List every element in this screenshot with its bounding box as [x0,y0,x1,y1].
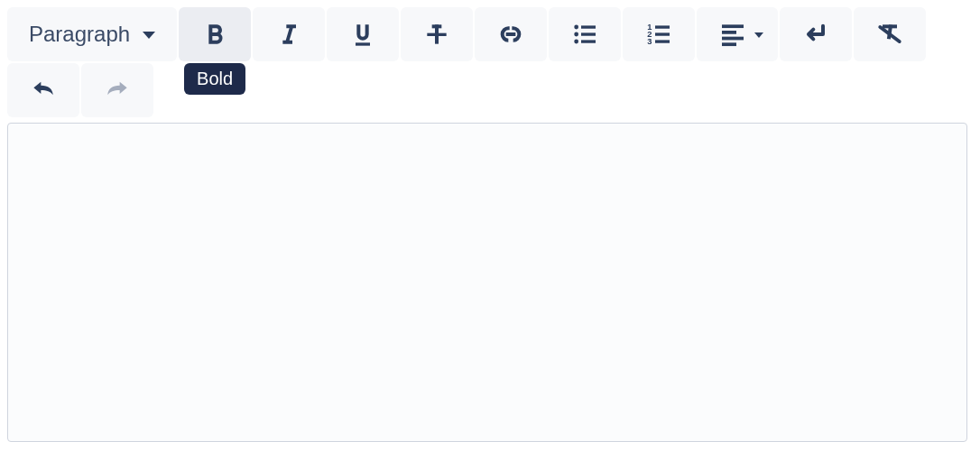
svg-rect-4 [506,32,516,36]
svg-rect-17 [722,24,744,28]
undo-icon [29,76,58,105]
bold-button[interactable]: Bold [179,7,251,61]
svg-rect-8 [581,25,596,28]
svg-rect-18 [722,31,736,34]
svg-point-7 [574,40,578,44]
bullet-list-button[interactable] [549,7,621,61]
svg-rect-16 [655,40,670,42]
newline-button[interactable] [780,7,852,61]
svg-rect-3 [427,33,446,36]
svg-rect-15 [655,32,670,35]
bold-icon [200,20,229,49]
svg-point-5 [574,25,578,30]
paragraph-style-label: Paragraph [29,22,130,47]
numbered-list-button[interactable]: 1 2 3 [623,7,695,61]
svg-rect-19 [722,37,744,41]
bold-tooltip: Bold [184,63,245,95]
bullet-list-icon [570,20,599,49]
align-button[interactable] [697,7,778,61]
svg-point-6 [574,32,578,37]
svg-rect-14 [655,25,670,28]
underline-button[interactable] [327,7,399,61]
editor-textarea[interactable] [7,123,967,442]
redo-icon [103,76,132,105]
return-icon [801,20,830,49]
svg-rect-10 [581,40,596,42]
align-icon [718,20,747,49]
svg-rect-9 [581,32,596,35]
clear-format-icon [875,20,904,49]
editor-toolbar: Paragraph Bold [7,7,973,117]
clear-formatting-button[interactable] [854,7,926,61]
link-button[interactable] [475,7,547,61]
strikethrough-icon [422,20,451,49]
italic-button[interactable] [253,7,325,61]
chevron-down-icon [143,32,155,39]
svg-rect-0 [356,42,370,45]
svg-rect-20 [722,42,736,46]
undo-button[interactable] [7,63,79,117]
italic-icon [274,20,303,49]
link-icon [496,20,525,49]
svg-text:3: 3 [647,37,652,46]
paragraph-style-select[interactable]: Paragraph [7,7,177,61]
chevron-down-icon [754,32,763,38]
strikethrough-button[interactable] [401,7,473,61]
numbered-list-icon: 1 2 3 [644,20,673,49]
underline-icon [348,20,377,49]
redo-button[interactable] [81,63,153,117]
